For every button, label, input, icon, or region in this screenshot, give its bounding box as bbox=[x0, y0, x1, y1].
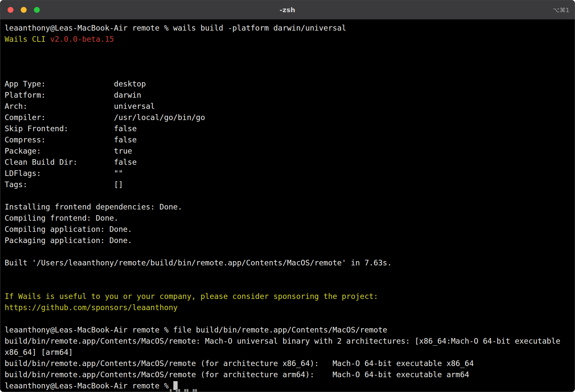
terminal-text: build/bin/remote.app/Contents/MacOS/remo… bbox=[5, 370, 469, 379]
terminal-text: leaanthony@Leas-MacBook-Air remote % fil… bbox=[5, 326, 387, 334]
traffic-lights bbox=[8, 0, 40, 19]
terminal-text: Built '/Users/leaanthony/remote/build/bi… bbox=[5, 258, 392, 267]
clipped-partial-line: ▚▞▚▞▚▞▚ bbox=[170, 389, 199, 392]
terminal-line: Skip Frontend: false bbox=[5, 123, 571, 134]
terminal-text: leaanthony@Leas-MacBook-Air remote % wai… bbox=[5, 24, 346, 32]
window-titlebar[interactable]: -zsh ⌥⌘1 bbox=[0, 0, 575, 20]
terminal-text: leaanthony@Leas-MacBook-Air remote % bbox=[5, 381, 173, 390]
terminal-text: App Type: desktop bbox=[5, 80, 146, 88]
terminal-text: Installing frontend dependencies: Done. bbox=[5, 203, 182, 211]
terminal-text: Packaging application: Done. bbox=[5, 236, 132, 245]
terminal-text: Compiler: /usr/local/go/bin/go bbox=[5, 113, 205, 122]
terminal-line bbox=[5, 45, 571, 56]
terminal-text: Compiling frontend: Done. bbox=[5, 214, 118, 222]
terminal-line: Packaging application: Done. bbox=[5, 235, 571, 246]
terminal-line: Installing frontend dependencies: Done. bbox=[5, 201, 571, 212]
terminal-text: build/bin/remote.app/Contents/MacOS/remo… bbox=[5, 359, 474, 368]
terminal-text: Clean Build Dir: false bbox=[5, 158, 137, 166]
terminal-text: Compress: false bbox=[5, 135, 137, 144]
terminal-text: If Wails is useful to you or your compan… bbox=[5, 292, 378, 301]
terminal-text: Platform: darwin bbox=[5, 91, 141, 99]
terminal-line: leaanthony@Leas-MacBook-Air remote % fil… bbox=[5, 324, 571, 335]
terminal-line: https://github.com/sponsors/leaanthony bbox=[5, 302, 571, 313]
terminal-text: LDFlags: "" bbox=[5, 169, 123, 178]
window-shortcut-badge: ⌥⌘1 bbox=[553, 0, 569, 19]
terminal-line bbox=[5, 246, 571, 257]
terminal-line bbox=[5, 190, 571, 201]
terminal-line: build/bin/remote.app/Contents/MacOS/remo… bbox=[5, 358, 571, 369]
terminal-line: Platform: darwin bbox=[5, 89, 571, 101]
terminal-line: x86_64] [arm64] bbox=[5, 347, 571, 358]
minimize-button[interactable] bbox=[21, 7, 27, 13]
terminal-line: build/bin/remote.app/Contents/MacOS/remo… bbox=[5, 369, 571, 380]
terminal-text: Skip Frontend: false bbox=[5, 124, 137, 133]
terminal-line: build/bin/remote.app/Contents/MacOS/remo… bbox=[5, 335, 571, 347]
terminal-line: App Type: desktop bbox=[5, 78, 571, 89]
terminal-text: Tags: [] bbox=[5, 180, 123, 189]
close-button[interactable] bbox=[8, 7, 13, 13]
terminal-line: leaanthony@Leas-MacBook-Air remote % wai… bbox=[5, 22, 571, 34]
terminal-text: x86_64] [arm64] bbox=[5, 348, 73, 356]
terminal-line: LDFlags: "" bbox=[5, 168, 571, 179]
terminal-body[interactable]: leaanthony@Leas-MacBook-Air remote % wai… bbox=[0, 20, 575, 391]
terminal-window: -zsh ⌥⌘1 leaanthony@Leas-MacBook-Air rem… bbox=[0, 0, 575, 392]
terminal-text: https://github.com/sponsors/leaanthony bbox=[5, 303, 178, 312]
terminal-line: Compiler: /usr/local/go/bin/go bbox=[5, 112, 571, 123]
zoom-button[interactable] bbox=[34, 7, 40, 13]
terminal-line bbox=[5, 67, 571, 78]
terminal-line: Clean Build Dir: false bbox=[5, 157, 571, 168]
terminal-text: Wails CLI bbox=[5, 35, 50, 43]
terminal-line: If Wails is useful to you or your compan… bbox=[5, 291, 571, 302]
terminal-line: Compiling application: Done. bbox=[5, 224, 571, 235]
terminal-line: leaanthony@Leas-MacBook-Air remote % bbox=[5, 380, 571, 391]
terminal-line bbox=[5, 280, 571, 291]
terminal-line: Arch: universal bbox=[5, 101, 571, 112]
terminal-line: Built '/Users/leaanthony/remote/build/bi… bbox=[5, 257, 571, 268]
window-title: -zsh bbox=[0, 6, 575, 14]
terminal-text: build/bin/remote.app/Contents/MacOS/remo… bbox=[5, 337, 560, 345]
terminal-text: Package: true bbox=[5, 147, 132, 155]
terminal-line bbox=[5, 313, 571, 324]
terminal-line: Package: true bbox=[5, 145, 571, 157]
terminal-text: Arch: universal bbox=[5, 102, 155, 110]
terminal-line: Compiling frontend: Done. bbox=[5, 212, 571, 224]
terminal-line: Tags: [] bbox=[5, 179, 571, 190]
terminal-cursor[interactable] bbox=[173, 381, 178, 390]
terminal-line bbox=[5, 56, 571, 67]
terminal-line: Wails CLI v2.0.0-beta.15 bbox=[5, 34, 571, 45]
terminal-line: Compress: false bbox=[5, 134, 571, 145]
terminal-line bbox=[5, 268, 571, 280]
terminal-text: v2.0.0-beta.15 bbox=[50, 35, 114, 43]
terminal-text: Compiling application: Done. bbox=[5, 225, 132, 233]
